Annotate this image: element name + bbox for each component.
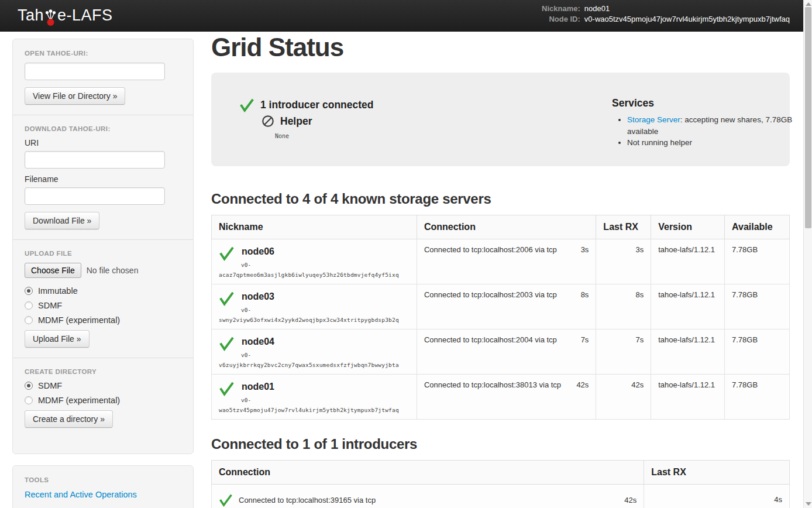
server-nickname: node06 bbox=[242, 245, 274, 257]
page-title: Grid Status bbox=[211, 34, 790, 61]
green-check-icon bbox=[219, 290, 235, 306]
choose-file-button[interactable]: Choose File bbox=[25, 263, 81, 278]
filename-field-label: Filename bbox=[25, 174, 181, 184]
server-nickname: node01 bbox=[242, 380, 274, 392]
tahoe-lafs-logo: Tah e-LAFS bbox=[18, 6, 113, 25]
radio-unselected-icon[interactable] bbox=[25, 396, 33, 404]
server-nickname: node03 bbox=[242, 290, 274, 302]
table-row: node03 v0- swny2viyw63ofxwi4x2yykd2woqjb… bbox=[212, 284, 790, 329]
radio-label: MDMF (experimental) bbox=[38, 315, 120, 325]
introducers-heading: Connected to 1 of 1 introducers bbox=[211, 436, 790, 452]
col-header-connection: Connection bbox=[417, 215, 596, 239]
server-last-rx: 42s bbox=[596, 375, 651, 420]
server-version: tahoe-lafs/1.12.1 bbox=[651, 375, 725, 420]
download-uri-heading: DOWNLOAD TAHOE-URI: bbox=[25, 125, 181, 132]
server-connection: Connected to tcp:localhost:2003 via tcp bbox=[424, 290, 557, 299]
table-row: node04 v0- v6zuyjkbrrkqy2bvc2cny7qwax5sx… bbox=[212, 329, 790, 375]
server-connection: Connected to tcp:localhost:38013 via tcp bbox=[424, 380, 561, 389]
radio-label: SDMF bbox=[38, 381, 62, 390]
service-storage-item: Storage Server: accepting new shares, 7.… bbox=[627, 114, 805, 137]
col-header-available: Available bbox=[725, 215, 790, 239]
green-check-icon bbox=[219, 335, 235, 351]
view-file-or-directory-button[interactable]: View File or Directory » bbox=[25, 87, 125, 105]
green-check-icon bbox=[239, 97, 254, 112]
services-heading: Services bbox=[612, 97, 805, 109]
server-id-prefix: v0- bbox=[241, 397, 410, 403]
dir-format-option-mdmf[interactable]: MDMF (experimental) bbox=[25, 396, 181, 405]
server-id-prefix: v0- bbox=[241, 352, 410, 358]
download-uri-input[interactable] bbox=[25, 151, 165, 169]
green-check-icon bbox=[219, 380, 235, 396]
radio-label: Immutable bbox=[38, 286, 78, 296]
server-last-rx: 8s bbox=[596, 284, 651, 329]
section-divider bbox=[13, 358, 193, 358]
open-uri-heading: OPEN TAHOE-URI: bbox=[25, 50, 181, 57]
scroll-down-arrow-icon[interactable] bbox=[806, 502, 811, 506]
radio-unselected-icon[interactable] bbox=[25, 316, 33, 324]
sidebar-tools-panel: TOOLS Recent and Active Operations bbox=[12, 465, 194, 508]
server-id-hash: v6zuyjkbrrkqy2bvc2cny7qwax5sxumedsxfzfjw… bbox=[219, 362, 410, 368]
uri-field-label: URI bbox=[25, 138, 181, 147]
green-check-icon bbox=[219, 245, 235, 261]
upload-file-section: UPLOAD FILE Choose File No file chosen I… bbox=[25, 250, 181, 348]
no-entry-icon bbox=[262, 115, 274, 128]
server-available: 7.78GB bbox=[725, 375, 790, 420]
storage-servers-table: Nickname Connection Last RX Version Avai… bbox=[211, 215, 790, 420]
server-connection: Connected to tcp:localhost:2004 via tcp bbox=[424, 335, 557, 344]
upload-format-option-immutable[interactable]: Immutable bbox=[25, 286, 181, 296]
section-divider bbox=[13, 239, 193, 240]
upload-file-heading: UPLOAD FILE bbox=[25, 250, 181, 257]
upload-format-option-sdmf[interactable]: SDMF bbox=[25, 301, 181, 310]
upload-format-option-mdmf[interactable]: MDMF (experimental) bbox=[25, 315, 181, 325]
server-last-rx: 3s bbox=[596, 239, 651, 284]
server-id-hash: wao5tzv45pmoju47jow7rvl4ukirjm5ytbh2kjty… bbox=[219, 407, 410, 413]
create-directory-button[interactable]: Create a directory » bbox=[25, 410, 113, 428]
vertical-scrollbar[interactable] bbox=[803, 0, 812, 508]
download-filename-input[interactable] bbox=[25, 187, 165, 205]
dir-format-option-sdmf[interactable]: SDMF bbox=[25, 381, 181, 390]
server-connection: Connected to tcp:localhost:2006 via tcp bbox=[424, 245, 557, 254]
table-row: Connected to tcp:localhost:39165 via tcp… bbox=[212, 485, 790, 508]
open-uri-input[interactable] bbox=[25, 63, 165, 80]
server-id-hash: swny2viyw63ofxwi4x2yykd2woqjbpx3cw34xtri… bbox=[219, 317, 410, 323]
server-available: 7.78GB bbox=[725, 239, 790, 284]
server-version: tahoe-lafs/1.12.1 bbox=[651, 284, 725, 329]
storage-servers-heading: Connected to 4 of 4 known storage server… bbox=[211, 191, 790, 207]
upload-file-button[interactable]: Upload File » bbox=[25, 330, 90, 348]
logo-text-prefix: Tah bbox=[18, 6, 44, 25]
scrollbar-thumb[interactable] bbox=[805, 7, 811, 228]
server-version: tahoe-lafs/1.12.1 bbox=[651, 329, 725, 375]
storage-server-link[interactable]: Storage Server bbox=[627, 115, 680, 124]
server-id-prefix: v0- bbox=[241, 307, 410, 313]
radio-selected-icon[interactable] bbox=[25, 382, 33, 390]
helper-value: None bbox=[275, 133, 289, 139]
introducer-status-text: 1 introducer connected bbox=[260, 99, 374, 111]
connection-age: 7s bbox=[581, 335, 589, 344]
col-header-version: Version bbox=[651, 215, 725, 239]
services-panel: Services Storage Server: accepting new s… bbox=[612, 97, 805, 149]
radio-unselected-icon[interactable] bbox=[25, 301, 33, 310]
server-available: 7.78GB bbox=[725, 329, 790, 375]
service-helper-item: Not running helper bbox=[627, 137, 805, 149]
radio-selected-icon[interactable] bbox=[25, 287, 33, 295]
col-header-last-rx: Last RX bbox=[644, 461, 790, 485]
scroll-up-arrow-icon[interactable] bbox=[806, 2, 811, 6]
helper-label: Helper bbox=[280, 115, 312, 128]
recent-operations-link[interactable]: Recent and Active Operations bbox=[25, 490, 137, 499]
connection-age: 42s bbox=[576, 380, 589, 389]
grid-status-summary-box: 1 introducer connected Helper None Servi… bbox=[211, 73, 790, 166]
sidebar-forms-panel: OPEN TAHOE-URI: View File or Directory »… bbox=[12, 39, 194, 454]
col-header-nickname: Nickname bbox=[212, 215, 417, 239]
download-file-button[interactable]: Download File » bbox=[25, 212, 99, 229]
col-header-last-rx: Last RX bbox=[596, 215, 651, 239]
create-directory-section: CREATE DIRECTORY SDMF MDMF (experimental… bbox=[25, 368, 181, 428]
main-content: Grid Status 1 introducer connected Helpe… bbox=[211, 0, 790, 508]
helper-status: Helper bbox=[262, 115, 312, 128]
radio-label: SDMF bbox=[38, 301, 62, 310]
green-check-icon bbox=[219, 493, 233, 507]
connection-age: 42s bbox=[624, 496, 636, 504]
radio-label: MDMF (experimental) bbox=[38, 396, 120, 405]
tahoe-balloon-icon bbox=[44, 9, 57, 26]
table-row: node06 v0- acaz7qptmeo6m3asjlgkb6iwlyuqe… bbox=[212, 239, 790, 284]
introducer-last-rx: 4s bbox=[644, 485, 790, 508]
